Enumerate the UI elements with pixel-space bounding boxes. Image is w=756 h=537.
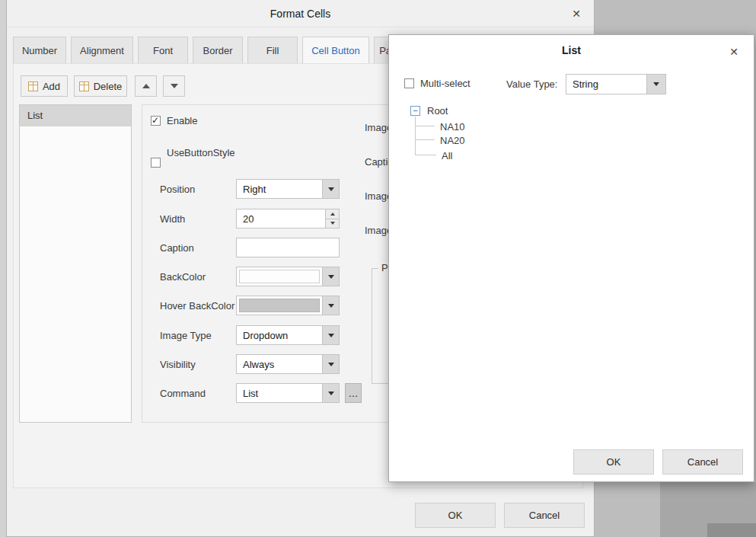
backcolor-label: BackColor [160,267,206,286]
tree-node-all[interactable]: All [442,149,452,161]
tree-tick [415,139,435,140]
backcolor-picker[interactable] [236,267,340,286]
caption-value [237,238,339,257]
multi-select-label: Multi-select [420,77,471,89]
position-label: Position [160,179,195,199]
tree-tick [415,155,436,155]
value-type-label: Value Type: [506,74,557,94]
tree-collapse-icon[interactable]: − [410,106,420,116]
add-button-label: Add [43,81,60,92]
move-up-button[interactable] [135,75,157,97]
list-cancel-button[interactable]: Cancel [662,449,743,475]
chevron-down-icon[interactable] [322,355,339,373]
spinner-up-icon[interactable] [326,209,339,219]
format-cells-titlebar[interactable]: Format Cells [7,0,594,27]
tree-node-root[interactable]: Root [427,104,448,117]
position-dropdown[interactable]: Right [236,179,340,199]
arrow-down-icon [171,84,178,88]
spinner-down-icon[interactable] [326,219,339,229]
tree-node-na20[interactable]: NA20 [440,134,465,146]
desktop-corner-block [707,523,756,537]
command-value: List [237,384,322,402]
chevron-down-icon[interactable] [322,326,339,344]
list-item[interactable]: List [20,105,131,126]
visibility-label: Visibility [160,354,196,374]
list-dialog-title: List [562,44,581,56]
image-type-label: Image Type [160,325,212,345]
width-label: Width [160,209,185,229]
caption-label: Caption [160,238,194,257]
chevron-down-icon[interactable] [646,75,665,94]
chevron-down-icon[interactable] [322,180,339,198]
usebuttonstyle-label: UseButtonStyle [167,146,235,158]
value-type-value: String [566,75,646,94]
list-dialog: List ✕ Multi-select Value Type: String −… [388,34,754,482]
caption-input[interactable] [236,238,340,257]
spinner-buttons[interactable] [325,209,339,228]
tree-vertical-line [415,117,416,155]
chevron-down-icon[interactable] [322,267,339,286]
delete-button-label: Delete [94,81,123,92]
hover-backcolor-swatch [239,299,320,312]
chevron-down-icon[interactable] [322,384,339,402]
chevron-down-icon[interactable] [322,296,339,315]
hover-backcolor-picker[interactable] [236,296,340,315]
visibility-value: Always [237,355,322,373]
delete-button[interactable]: Delete [74,75,127,97]
command-label: Command [160,383,206,403]
backcolor-swatch [239,270,320,283]
tab-cell-button[interactable]: Cell Button [302,37,369,65]
format-cells-tabstrip: Number Alignment Font Border Fill Cell B… [13,37,421,65]
tree-node-na10[interactable]: NA10 [440,120,465,133]
add-table-icon [28,82,38,91]
list-dialog-titlebar[interactable]: List [389,35,754,66]
button-list-panel: List [19,104,132,423]
position-value: Right [237,180,322,198]
cancel-button[interactable]: Cancel [504,503,585,528]
image-type-value: Dropdown [237,326,322,344]
move-down-button[interactable] [163,75,185,97]
tab-fill[interactable]: Fill [247,37,298,65]
multi-select-checkbox[interactable] [404,78,414,88]
image-type-dropdown[interactable]: Dropdown [236,325,340,345]
enable-label: Enable [167,114,197,126]
value-type-dropdown[interactable]: String [566,74,666,94]
tab-border[interactable]: Border [193,37,243,65]
command-dropdown[interactable]: List [236,383,340,403]
usebuttonstyle-checkbox[interactable] [151,158,161,168]
tab-font[interactable]: Font [138,37,188,65]
enable-checkbox[interactable] [151,116,161,126]
tab-number[interactable]: Number [13,37,66,65]
tree-tick [415,126,435,126]
close-icon[interactable]: ✕ [569,6,584,21]
visibility-dropdown[interactable]: Always [236,354,340,374]
arrow-up-icon [142,84,150,88]
ok-button[interactable]: OK [415,503,496,528]
tab-alignment[interactable]: Alignment [71,37,133,65]
format-cells-title: Format Cells [270,8,330,20]
add-button[interactable]: Add [21,75,68,97]
width-value: 20 [237,209,325,228]
width-spinner[interactable]: 20 [236,209,340,229]
delete-table-icon [79,82,89,91]
close-icon[interactable]: ✕ [726,44,742,59]
command-browse-button[interactable]: … [345,383,362,403]
hover-backcolor-label: Hover BackColor [160,296,234,315]
list-ok-button[interactable]: OK [573,449,654,475]
